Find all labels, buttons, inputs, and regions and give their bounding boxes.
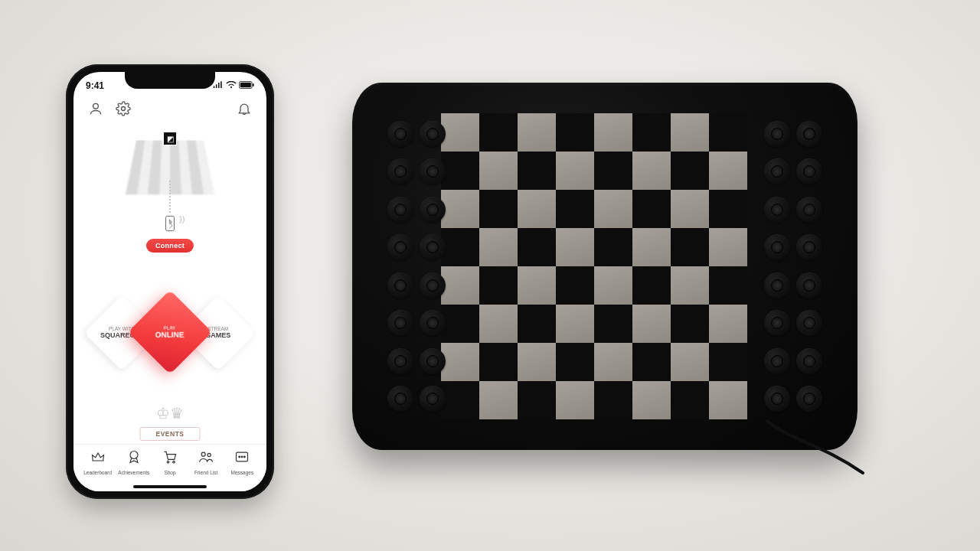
settings-icon[interactable] [115,100,132,117]
nav-achievements[interactable]: Achievements [116,449,152,475]
events-section: ♔♛ EVENTS [139,404,200,441]
cart-icon [162,449,178,468]
events-button[interactable]: EVENTS [139,427,200,441]
sensor-column [398,115,467,418]
nav-leaderboard[interactable]: Leaderboard [80,449,116,475]
nav-label: Shop [164,470,175,475]
svg-point-14 [244,456,246,458]
messages-icon [234,449,250,468]
friends-icon [198,449,214,468]
sensor-dot [420,310,446,336]
sensor-dot [420,272,446,298]
mode-menu: PLAY WITHSQUAREOFF PLAYONLINE STREAMGAME… [74,276,266,406]
nav-label: Leaderboard [83,470,112,475]
svg-rect-2 [253,83,254,86]
connect-button[interactable]: Connect [146,239,194,253]
svg-point-9 [201,452,205,456]
notification-bell-icon[interactable] [236,100,253,117]
nav-label: Friend List [194,470,217,475]
app-main: ◩ )) Connect PLAY WITHSQUAREOFF PLAYONLI… [74,122,266,444]
svg-point-7 [167,461,169,463]
svg-rect-1 [240,83,251,88]
svg-point-12 [239,456,240,458]
sensor-dot [796,234,822,260]
sensor-dot [796,158,822,184]
nav-label: Messages [231,470,254,475]
nav-shop[interactable]: Shop [152,449,188,475]
connection-line-icon [169,181,171,213]
sensor-dot [420,386,446,412]
status-time: 9:41 [86,80,104,91]
board-preview-badge-icon: ◩ [163,132,177,145]
online-label: ONLINE [155,331,185,340]
phone-frame: 9:41 [66,64,274,499]
profile-icon[interactable] [87,100,104,117]
battery-icon [239,80,254,91]
svg-point-3 [93,103,99,109]
bluetooth-icon [162,213,178,234]
sensor-dot [420,348,446,374]
bottom-nav: Leaderboard Achievements Shop Friend Lis… [74,444,266,491]
svg-point-10 [207,453,211,456]
crown-icon [90,449,106,468]
sensor-dot [796,197,822,223]
status-icons [213,80,254,91]
sensor-dot [796,310,822,336]
signal-waves-icon: )) [179,214,185,223]
svg-point-13 [242,456,243,458]
sensor-dot [796,386,822,412]
svg-point-6 [130,452,138,459]
svg-point-8 [173,461,175,463]
signal-icon [213,80,224,91]
play-online-button[interactable]: PLAYONLINE [128,290,212,374]
app-topbar [74,95,266,122]
sensor-dot [796,348,822,374]
chess-board-device [352,83,858,450]
phone-notch [125,72,215,89]
nav-label: Achievements [118,470,149,475]
sensor-dot [796,121,822,147]
wifi-icon [226,80,237,91]
sensor-dot [420,234,446,260]
nav-messages[interactable]: Messages [224,449,260,475]
nav-friends[interactable]: Friend List [188,449,224,475]
home-indicator [133,485,207,488]
chess-pieces-icon: ♔♛ [139,404,200,425]
sensor-dot [420,121,446,147]
play-label: PLAY [155,325,185,331]
chess-grid [441,113,747,419]
sensor-dot [420,158,446,184]
sensor-dot [796,272,822,298]
phone-screen: 9:41 [74,72,266,491]
svg-point-4 [122,107,126,111]
rosette-icon [126,449,142,468]
sensor-column [775,115,844,418]
sensor-dot [420,197,446,223]
